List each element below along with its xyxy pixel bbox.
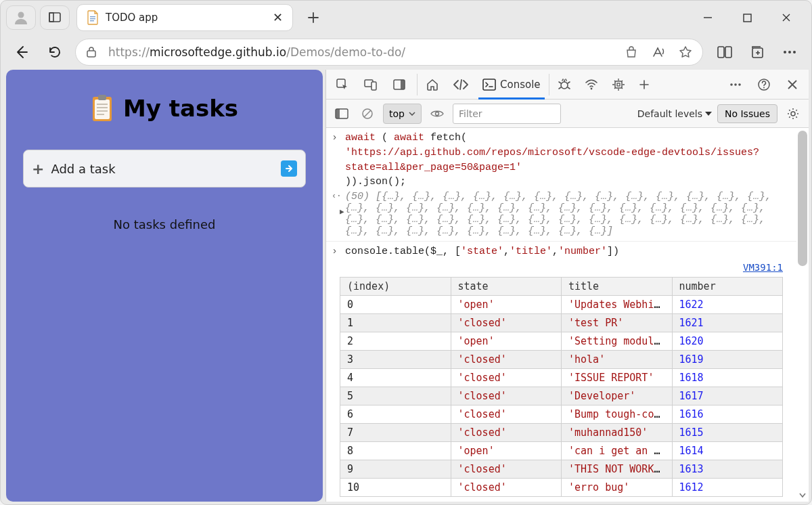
col-state-header[interactable]: state: [451, 277, 562, 295]
add-task-submit-button[interactable]: [281, 160, 297, 177]
input-caret-icon: ›: [332, 244, 338, 259]
input-caret-icon: ›: [332, 131, 338, 146]
col-number-header[interactable]: number: [672, 277, 783, 295]
favorite-button[interactable]: [677, 45, 694, 59]
cell-index: 6: [340, 405, 451, 423]
vm-link-text[interactable]: VM391:1: [743, 262, 783, 273]
cell-index: 8: [340, 441, 451, 460]
window-maximize-button[interactable]: [737, 7, 757, 28]
split-screen-button[interactable]: [713, 40, 737, 64]
more-tabs-button[interactable]: [632, 70, 656, 99]
tab-elements[interactable]: [446, 70, 476, 99]
cell-title: 'Bump tough-coo…: [562, 405, 673, 423]
svg-rect-18: [97, 107, 108, 108]
svg-rect-19: [97, 110, 108, 112]
star-icon: [679, 45, 692, 59]
settings-menu-button[interactable]: [777, 40, 802, 64]
table-row[interactable]: 1'closed''test PR'1621: [340, 313, 783, 332]
svg-rect-26: [483, 79, 495, 90]
issues-button[interactable]: No Issues: [717, 104, 777, 123]
table-row[interactable]: 3'closed''hola'1619: [340, 350, 783, 368]
console-filter-input[interactable]: Filter: [453, 104, 561, 124]
log-levels-selector[interactable]: Default levels: [637, 108, 712, 119]
cell-index: 9: [340, 460, 451, 478]
cell-number: 1622: [672, 295, 783, 313]
read-aloud-icon: [652, 46, 665, 58]
context-selector[interactable]: top: [383, 104, 422, 124]
context-value: top: [389, 108, 405, 119]
table-row[interactable]: 8'open''can i get an a…1614: [340, 441, 783, 460]
devtools-close-button[interactable]: [780, 72, 805, 97]
scrollbar-down-button[interactable]: [798, 491, 807, 500]
window-minimize-button[interactable]: [698, 7, 718, 28]
refresh-icon: [48, 45, 62, 59]
shopping-button[interactable]: [623, 46, 640, 58]
workspaces-button[interactable]: [40, 5, 70, 30]
live-expression-button[interactable]: [427, 104, 447, 124]
svg-point-27: [561, 82, 568, 89]
clear-console-button[interactable]: [357, 104, 378, 124]
table-row[interactable]: 0'open''Updates Webhin…1622: [340, 295, 783, 313]
browser-tab[interactable]: TODO app ✕: [76, 4, 293, 31]
maximize-icon: [743, 14, 752, 22]
console-input-line[interactable]: › await ( await fetch( 'https://api.gith…: [326, 128, 796, 190]
cell-index: 1: [340, 313, 451, 332]
console-table: (index) state title number 0'open''Updat…: [340, 277, 783, 497]
device-toolbar-button[interactable]: [359, 72, 383, 97]
site-info-button[interactable]: [84, 46, 99, 58]
col-index-header[interactable]: (index): [340, 277, 451, 295]
read-aloud-button[interactable]: [650, 46, 667, 58]
svg-rect-29: [615, 81, 622, 88]
tab-close-button[interactable]: ✕: [273, 12, 283, 24]
cell-state: 'closed': [451, 313, 562, 332]
window-close-button[interactable]: [776, 7, 796, 28]
console-result-line[interactable]: ‹· ▶ (50) [{…}, {…}, {…}, {…}, {…}, {…},…: [326, 190, 796, 240]
table-row[interactable]: 7'closed''muhannad150'1615: [340, 423, 783, 441]
console-sidebar-toggle[interactable]: [332, 104, 352, 124]
arrow-right-icon: [284, 164, 294, 173]
tab-console[interactable]: Console: [476, 70, 547, 99]
tab-network[interactable]: [578, 70, 605, 99]
svg-rect-23: [371, 82, 376, 90]
clear-icon: [361, 108, 374, 120]
devtools-more-button[interactable]: [723, 72, 748, 97]
tab-performance[interactable]: [605, 70, 632, 99]
collections-button[interactable]: [745, 40, 769, 64]
cell-index: 2: [340, 332, 451, 350]
devtools-help-button[interactable]: [752, 72, 776, 97]
console-input-line[interactable]: › console.table($_, ['state','title','nu…: [326, 241, 796, 259]
code-token: ]): [607, 246, 619, 257]
inspect-element-button[interactable]: [330, 72, 355, 97]
cell-title: 'hola': [562, 350, 673, 368]
svg-rect-15: [95, 100, 110, 119]
tab-sources[interactable]: [551, 70, 578, 99]
profile-button[interactable]: [6, 5, 36, 30]
col-title-header[interactable]: title: [562, 277, 673, 295]
table-row[interactable]: 6'closed''Bump tough-coo…1616: [340, 405, 783, 423]
new-tab-button[interactable]: [300, 4, 327, 31]
cell-state: 'open': [451, 441, 562, 460]
code-token: ,: [503, 246, 510, 257]
activity-bar-button[interactable]: [387, 72, 411, 97]
back-button[interactable]: [7, 39, 35, 66]
table-row[interactable]: 2'open''Setting module…1620: [340, 332, 783, 350]
table-row[interactable]: 4'closed''ISSUE REPORT'1618: [340, 368, 783, 387]
source-link[interactable]: VM391:1: [326, 259, 796, 276]
cell-number: 1619: [672, 350, 783, 368]
table-row[interactable]: 5'closed''Developer'1617: [340, 387, 783, 405]
cell-number: 1612: [672, 478, 783, 496]
svg-rect-9: [725, 47, 731, 58]
svg-point-12: [788, 51, 791, 53]
refresh-button[interactable]: [41, 39, 68, 66]
address-bar[interactable]: https://microsoftedge.github.io/Demos/de…: [75, 39, 703, 66]
scrollbar-thumb[interactable]: [798, 131, 807, 266]
table-row[interactable]: 9'closed''THIS NOT WORK …1613: [340, 460, 783, 478]
expand-triangle-icon[interactable]: ▶: [340, 207, 344, 216]
tab-welcome[interactable]: [419, 70, 446, 99]
add-task-input[interactable]: + Add a task: [23, 150, 306, 188]
console-settings-button[interactable]: [783, 104, 803, 124]
elements-icon: [453, 79, 469, 91]
clipboard-icon: [91, 94, 114, 123]
cell-title: 'muhannad150': [562, 423, 673, 441]
table-row[interactable]: 10'closed''erro bug'1612: [340, 478, 783, 496]
